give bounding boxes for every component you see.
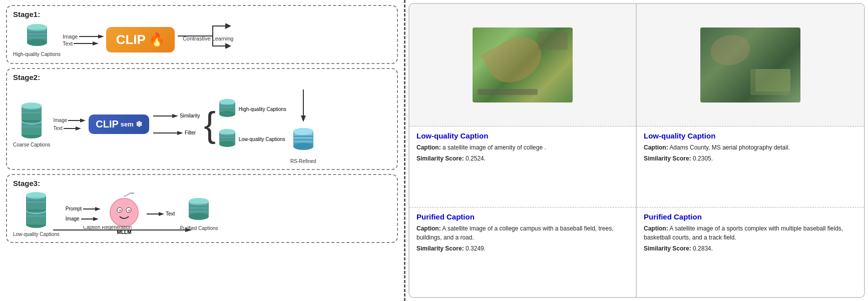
snowflake: ❄ (136, 120, 142, 129)
stage3-box: Stage3: Low-quality Captions (6, 174, 398, 243)
svg-marker-65 (93, 217, 99, 221)
field-shape2 (750, 69, 790, 96)
stage3-input-arrows: Prompt Image (66, 206, 101, 222)
svg-rect-18 (22, 108, 41, 110)
col1-pur-similarity-line: Similarity Score: 0.3249. (416, 244, 629, 253)
lq-label: Low-quality Captions (239, 136, 285, 142)
col2-similarity-score: 0.2305. (693, 155, 713, 162)
svg-rect-20 (22, 122, 41, 124)
stage2-text-arrow: Text (53, 126, 86, 132)
col2-low-similarity-line: Similarity Score: 0.2305. (644, 154, 857, 163)
svg-rect-34 (220, 104, 235, 106)
col1-purified-section: Purified Caption Caption: A satellite im… (409, 208, 637, 297)
db-stack-coarse (20, 101, 44, 141)
col1-similarity-score: 0.2524. (466, 155, 486, 162)
text-arrow-svg (74, 40, 99, 46)
svg-marker-27 (172, 114, 178, 118)
svg-point-72 (128, 210, 130, 212)
svg-line-66 (124, 192, 132, 196)
col1-pur-caption-text: A satellite image of a college campus wi… (416, 225, 614, 241)
text-out-arrow-svg (147, 211, 164, 217)
clip-emoji: 🔥 (149, 32, 165, 48)
svg-point-79 (189, 213, 209, 220)
contrastive-block: Contrastive Learning (178, 24, 238, 56)
lq-row: Low-quality Captions (218, 128, 286, 151)
s3-img-arrow-svg (81, 216, 99, 222)
col1-low-quality-title: Low-quality Caption (416, 132, 629, 140)
svg-rect-4 (28, 30, 47, 32)
svg-rect-50 (294, 137, 313, 139)
svg-rect-21 (22, 126, 41, 128)
svg-rect-58 (27, 198, 46, 200)
contrastive-label: Contrastive Learning (183, 36, 234, 42)
hq-label: High-quality Captions (239, 106, 286, 112)
col2-purified-section: Purified Caption Caption: A satellite im… (637, 208, 864, 297)
prompt-arrow: Prompt (66, 206, 101, 212)
stage1-content: High-quality Captions Image Text CLIP 🔥 (13, 20, 391, 59)
text-label: Text (63, 40, 73, 46)
svg-point-73 (114, 212, 119, 217)
col1-similarity-label: Similarity Score: (416, 155, 464, 162)
s3-image-label: Image (66, 216, 80, 222)
col1-low-caption-line: Caption: a satellite image of amenity of… (416, 143, 629, 152)
svg-marker-44 (301, 116, 306, 122)
stage1-db: High-quality Captions (13, 22, 61, 57)
stage2-output-arrows: Similarity Filter (153, 113, 200, 136)
col2-pur-caption-label: Caption: (644, 225, 668, 232)
col2-pur-similarity-label: Similarity Score: (644, 245, 691, 252)
svg-point-71 (119, 210, 121, 212)
col2-low-quality-section: Low-quality Caption Caption: Adams Count… (637, 126, 864, 208)
stage1-db-caption: High-quality Captions (13, 52, 61, 57)
stage1-arrows: Image Text (63, 34, 104, 46)
svg-point-32 (219, 111, 235, 117)
svg-marker-63 (95, 207, 101, 211)
svg-point-38 (219, 141, 235, 147)
image-label: Image (63, 34, 78, 40)
stage2-box: Stage2: Coarse Caption (6, 68, 398, 170)
prompt-label: Prompt (66, 206, 82, 212)
col2-pur-caption-line: Caption: A satellite image of a sports c… (644, 224, 857, 242)
image-arrow-stage3: Image (66, 216, 101, 222)
hq-lq-section: High-quality Captions Low-quality Captio… (218, 98, 286, 151)
building-shape (538, 32, 568, 50)
col1-pur-similarity-label: Similarity Score: (416, 245, 464, 252)
stage3-content: Low-quality Captions Prompt Image (13, 190, 391, 238)
filter-arrow (153, 130, 183, 136)
similarity-arrow-row: Similarity (153, 113, 200, 119)
svg-marker-25 (76, 126, 81, 130)
left-panel: Stage1: High-quality Captions Image (0, 0, 405, 301)
stage3-db-lq: Low-quality Captions (13, 190, 60, 237)
col2-aerial-image (700, 28, 800, 102)
svg-marker-8 (98, 34, 104, 38)
col2-pur-caption-text: A satellite image of a sports complex wi… (644, 225, 843, 241)
col2-low-caption-text: Adams County, MS aerial photography deta… (669, 144, 790, 151)
rs-arrow (296, 84, 311, 124)
similarity-arrow (153, 113, 178, 119)
svg-point-74 (129, 212, 134, 217)
stage2-label: Stage2: (13, 73, 391, 82)
stage3-label: Stage3: (13, 179, 391, 188)
stage3-lq-caption: Low-quality Captions (13, 232, 60, 237)
col2-similarity-label: Similarity Score: (644, 155, 691, 162)
svg-rect-19 (22, 112, 41, 114)
road-shape (478, 89, 538, 95)
svg-point-68 (110, 198, 138, 226)
clipsem-clip: CLIP (96, 118, 119, 130)
right-panel: Low-quality Caption Caption: a satellite… (408, 3, 865, 298)
svg-rect-61 (27, 215, 46, 217)
col2-image-cell (637, 4, 864, 126)
filter-label: Filter (185, 130, 196, 136)
rs-db-icon (291, 126, 315, 156)
svg-point-67 (131, 192, 134, 194)
col1-aerial-image (473, 28, 573, 102)
stage2-input-arrows: Image Text (53, 118, 86, 132)
hq-db-icon (218, 98, 237, 121)
stage2-content: Coarse Captions Image Text CLIP sem ❄ (13, 84, 391, 165)
svg-marker-23 (80, 118, 86, 122)
svg-rect-6 (28, 36, 47, 38)
col2-pur-similarity-score: 0.2834. (693, 245, 713, 252)
stage1-box: Stage1: High-quality Captions Image (6, 5, 398, 64)
col1-low-caption-text: a satellite image of amenity of college … (443, 144, 546, 151)
col1-pur-similarity-score: 0.3249. (466, 245, 486, 252)
svg-point-47 (293, 143, 313, 150)
